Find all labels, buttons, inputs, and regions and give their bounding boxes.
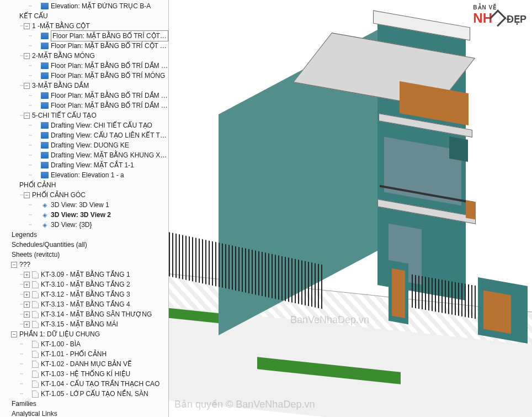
tree-item-label: PHỐI CẢNH GÓC bbox=[32, 190, 86, 200]
tree-item[interactable]: ⋯+KT-3.14 - MẶT BẰNG SÂN THƯỢNG bbox=[2, 309, 168, 319]
tree-item[interactable]: Sheets (revitctu) bbox=[2, 250, 168, 260]
sheet-icon bbox=[32, 341, 39, 348]
sheet-icon bbox=[32, 381, 39, 388]
tree-item[interactable]: ⋯Drafting View: MẶT CẮT 1-1 bbox=[2, 160, 168, 170]
tree-item[interactable]: ⋯3D View: {3D} bbox=[2, 220, 168, 230]
expand-icon[interactable]: + bbox=[24, 321, 30, 328]
tree-item-label: KT-1.00 - BÌA bbox=[41, 339, 81, 349]
tree-item[interactable]: ⋯−3-MẶT BẰNG DẦM bbox=[2, 81, 168, 91]
collapse-icon[interactable]: − bbox=[11, 262, 17, 268]
expand-icon[interactable]: + bbox=[24, 312, 30, 318]
tree-item[interactable]: ⋯Drafting View: CẤU TẠO LIÊN KẾT TRẦN bbox=[2, 130, 168, 140]
tree-item[interactable]: ⋯Floor Plan: MẶT BẰNG BỐ TRÍ DẦM MÓNG bbox=[2, 61, 168, 71]
tree-item[interactable]: ⋯Elevation: Elevation 1 - a bbox=[2, 170, 168, 180]
tree-item[interactable]: ⋯−2-MẶT BẰNG MÓNG bbox=[2, 51, 168, 61]
tree-item[interactable]: ⋯+KT-3.12 - MẶT BẰNG TẦNG 3 bbox=[2, 289, 168, 299]
3d-viewport[interactable]: BẢN VẼ NHĐẸP BanVeNhaDep.vn Bản quyền © … bbox=[169, 0, 532, 417]
tree-item[interactable]: ⋯+KT-3.09 - MẶT BẰNG TẦNG 1 bbox=[2, 270, 168, 279]
tree-item[interactable]: ⋯+KT-3.13 - MẶT BẰNG TẦNG 4 bbox=[2, 299, 168, 309]
tree-item[interactable]: ⋯KT-1.02 - DANH MỤC BẢN VẼ bbox=[2, 359, 168, 369]
view-icon bbox=[41, 43, 49, 49]
tree-item[interactable]: Analytical Links bbox=[2, 409, 168, 417]
tree-item-label: Drafting View: DUONG KE bbox=[51, 140, 129, 150]
tree-item-label: Floor Plan: MẶT BẰNG BỐ TRÍ DẦM TẦNG 2 bbox=[51, 101, 168, 110]
tree-item[interactable]: ⋯Drafting View: CHI TIẾT CẤU TẠO bbox=[2, 120, 168, 130]
tree-item[interactable]: ⋯Elevation: MẶT ĐỨNG TRỤC B-A bbox=[2, 1, 168, 11]
tree-item[interactable]: ⋯−PHỐI CẢNH GÓC bbox=[2, 190, 168, 200]
tree-item[interactable]: ⋯Floor Plan: MẶT BẰNG BỐ TRÍ MÓNG bbox=[2, 71, 168, 81]
tree-item[interactable]: ⋯KT-1.01 - PHỐI CẢNH bbox=[2, 349, 168, 359]
collapse-icon[interactable]: − bbox=[24, 53, 30, 59]
tree-item-label: PHẦN 1: DỮ LIỆU CHUNG bbox=[19, 329, 100, 339]
expand-icon[interactable]: + bbox=[24, 292, 30, 298]
tree-item[interactable]: ⋯Drafting View: DUONG KE bbox=[2, 140, 168, 150]
sheet-icon bbox=[32, 321, 39, 328]
tree-item[interactable]: Families bbox=[2, 399, 168, 409]
expand-icon[interactable]: + bbox=[24, 272, 30, 278]
tree-item-label: Floor Plan: MẶT BẰNG BỐ TRÍ DẦM MÓNG bbox=[51, 61, 168, 71]
collapse-icon[interactable]: − bbox=[11, 331, 17, 337]
tree-item-label: Families bbox=[12, 399, 36, 409]
tree-item-label: KT-3.09 - MẶT BẰNG TẦNG 1 bbox=[41, 270, 130, 279]
tree-item-label: Drafting View: MẶT CẮT 1-1 bbox=[51, 160, 134, 170]
tree-item[interactable]: −PHẦN 1: DỮ LIỆU CHUNG bbox=[2, 329, 168, 339]
tree-item[interactable]: −??? bbox=[2, 260, 168, 270]
sheet-icon bbox=[32, 291, 39, 298]
tree-item[interactable]: PHỐI CẢNH bbox=[2, 180, 168, 190]
project-browser[interactable]: ⋯Elevation: MẶT ĐỨNG TRỤC B-AKẾT CẤU⋯−1 … bbox=[0, 0, 169, 417]
tree-item-label: Floor Plan: MẶT BẰNG BỐ TRÍ CỘT TẦNG 1 bbox=[51, 30, 168, 41]
tree-item-label: 5-CHI TIẾT CẤU TẠO bbox=[32, 110, 97, 120]
tree-item[interactable]: ⋯Floor Plan: MẶT BẰNG BỐ TRÍ CỘT TẦNG 2 bbox=[2, 41, 168, 51]
tree-item-label: Schedules/Quantities (all) bbox=[12, 240, 87, 250]
tree-item-label: 2-MẶT BẰNG MÓNG bbox=[32, 51, 95, 61]
expand-icon[interactable]: + bbox=[24, 282, 30, 288]
tree-item[interactable]: ⋯3D View: 3D View 1 bbox=[2, 200, 168, 210]
3d-render bbox=[169, 0, 532, 417]
tree-item-label: KT-1.05 - LỚP CẤU TẠO NỀN, SÀN bbox=[41, 389, 148, 399]
tree-item-label: Elevation: Elevation 1 - a bbox=[51, 170, 124, 180]
tree-item[interactable]: Legends bbox=[2, 230, 168, 240]
tree-item[interactable]: ⋯Drafting View: MẶT BẰNG KHUNG XƯƠNG bbox=[2, 150, 168, 160]
view-icon bbox=[41, 92, 49, 99]
tree-item-label: KT-1.01 - PHỐI CẢNH bbox=[41, 349, 107, 359]
tree-item-label: KT-3.10 - MẶT BẰNG TẦNG 2 bbox=[41, 279, 130, 289]
collapse-icon[interactable]: − bbox=[24, 23, 30, 29]
tree-item[interactable]: ⋯Floor Plan: MẶT BẰNG BỐ TRÍ DẦM TẦNG 1 bbox=[2, 91, 168, 101]
tree-item-label: Floor Plan: MẶT BẰNG BỐ TRÍ DẦM TẦNG 1 bbox=[51, 91, 168, 101]
tree-item[interactable]: ⋯3D View: 3D View 2 bbox=[2, 210, 168, 220]
tree-item[interactable]: ⋯+KT-3.15 - MẶT BẰNG MÁI bbox=[2, 319, 168, 329]
tree-item-label: KT-3.12 - MẶT BẰNG TẦNG 3 bbox=[41, 289, 130, 299]
tree-item[interactable]: ⋯KT-1.04 - CẤU TẠO TRẦN THẠCH CAO bbox=[2, 379, 168, 389]
collapse-icon[interactable]: − bbox=[24, 83, 30, 89]
cube-icon bbox=[41, 212, 49, 218]
collapse-icon[interactable]: − bbox=[24, 113, 30, 119]
tree-item[interactable]: Schedules/Quantities (all) bbox=[2, 240, 168, 250]
tree-item-label: Floor Plan: MẶT BẰNG BỐ TRÍ CỘT TẦNG 2 bbox=[51, 41, 168, 51]
tree-item[interactable]: ⋯−5-CHI TIẾT CẤU TẠO bbox=[2, 110, 168, 120]
collapse-icon[interactable]: − bbox=[24, 192, 30, 198]
view-icon bbox=[41, 72, 49, 79]
view-icon bbox=[41, 152, 49, 159]
tree-item-label: Elevation: MẶT ĐỨNG TRỤC B-A bbox=[51, 1, 151, 11]
tree-item[interactable]: ⋯Floor Plan: MẶT BẰNG BỐ TRÍ CỘT TẦNG 1 bbox=[2, 31, 168, 41]
tree-item-label: 3D View: 3D View 2 bbox=[51, 210, 111, 220]
sheet-icon bbox=[32, 311, 39, 318]
view-icon bbox=[41, 142, 49, 149]
sheet-icon bbox=[32, 390, 39, 398]
tree-item-label: ??? bbox=[19, 260, 30, 270]
expand-icon[interactable]: + bbox=[24, 302, 30, 308]
tree-item[interactable]: ⋯KT-1.00 - BÌA bbox=[2, 339, 168, 349]
sheet-icon bbox=[32, 271, 39, 278]
tree-item[interactable]: KẾT CẤU bbox=[2, 11, 168, 21]
tree-item[interactable]: ⋯−1 -MẶT BẰNG CỘT bbox=[2, 21, 168, 31]
view-icon bbox=[41, 3, 49, 9]
tree-item[interactable]: ⋯+KT-3.10 - MẶT BẰNG TẦNG 2 bbox=[2, 279, 168, 289]
sheet-icon bbox=[32, 371, 39, 378]
sheet-icon bbox=[32, 361, 39, 368]
tree-item-label: 3D View: {3D} bbox=[51, 220, 92, 230]
view-icon bbox=[41, 172, 49, 178]
tree-item[interactable]: ⋯KT-1.03 - HỆ THỐNG KÍ HIỆU bbox=[2, 369, 168, 379]
view-icon bbox=[41, 102, 49, 109]
tree-item[interactable]: ⋯KT-1.05 - LỚP CẤU TẠO NỀN, SÀN bbox=[2, 389, 168, 399]
tree-item[interactable]: ⋯Floor Plan: MẶT BẰNG BỐ TRÍ DẦM TẦNG 2 bbox=[2, 101, 168, 110]
